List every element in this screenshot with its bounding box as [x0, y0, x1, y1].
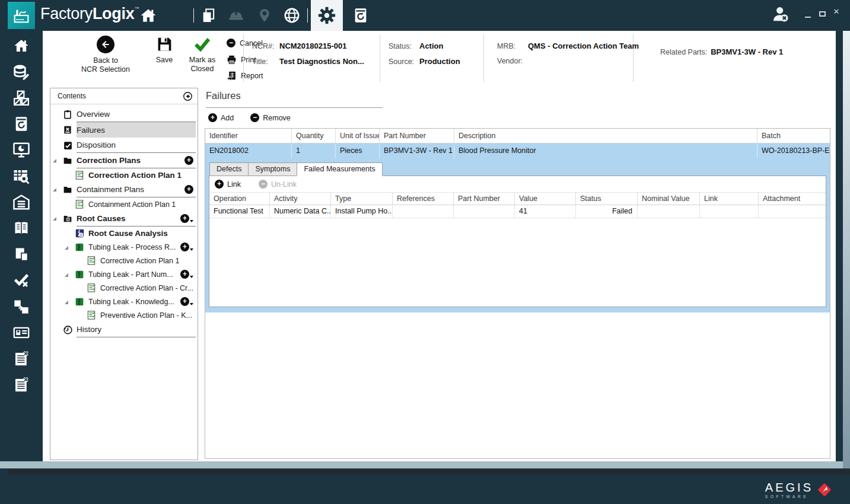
- minimize-button[interactable]: [802, 11, 814, 20]
- contents-item-containment-action-plan-1[interactable]: Containment Action Plan 1: [50, 197, 198, 211]
- titlebar-separator: [193, 8, 194, 23]
- tree-expander-icon[interactable]: [65, 301, 68, 304]
- add-failure-button[interactable]: Add: [208, 113, 234, 122]
- link-button[interactable]: Link: [215, 180, 241, 189]
- tab-defects[interactable]: Defects: [209, 162, 249, 176]
- nav-copy-docs-icon[interactable]: [11, 245, 31, 263]
- contents-item-root-causes[interactable]: Root Causes: [50, 211, 198, 227]
- contents-item-history[interactable]: History: [50, 322, 198, 337]
- nav-id-card-icon[interactable]: [11, 324, 31, 342]
- link-toolbar: Link Un-Link: [209, 176, 826, 192]
- contents-item-correction-plans[interactable]: Correction Plans: [50, 153, 198, 168]
- add-plan-button[interactable]: [180, 297, 193, 306]
- contents-item-correction-action-plan-1[interactable]: Correction Action Plan 1: [50, 168, 198, 182]
- ribbon-separator: [380, 34, 380, 82]
- col-identifier[interactable]: Identifier: [205, 129, 292, 143]
- nav-quality-check-icon[interactable]: [11, 272, 31, 289]
- dropdown-caret-icon: [190, 303, 193, 305]
- settings-tab-active[interactable]: [311, 0, 343, 31]
- plus-circle-icon: [180, 243, 189, 251]
- add-root-cause-button[interactable]: [180, 214, 193, 223]
- col-link[interactable]: Link: [700, 193, 759, 205]
- tab-symptoms[interactable]: Symptoms: [248, 162, 297, 176]
- aegis-sub-text: SOFTWARE: [765, 495, 808, 499]
- source-value: Production: [419, 57, 460, 66]
- col-type[interactable]: Type: [331, 193, 393, 205]
- maximize-button[interactable]: [816, 9, 828, 18]
- plus-circle-icon: [180, 270, 189, 279]
- tree-expander-icon[interactable]: [53, 159, 56, 162]
- contents-panel: Contents Overview Failures Disposition: [50, 88, 198, 460]
- save-label: Save: [156, 56, 173, 65]
- tree-expander-icon[interactable]: [65, 273, 68, 277]
- col-activity[interactable]: Activity: [270, 193, 331, 205]
- add-plan-button[interactable]: [180, 243, 193, 251]
- contents-item-tubing-leak-part[interactable]: Tubing Leak - Part Num...: [50, 267, 198, 281]
- measurement-row[interactable]: Functional Test Numeric Data C... Instal…: [209, 205, 826, 218]
- failure-row-selected[interactable]: EN2018002 1 Pieces BP3MV1-3W - Rev 1 Blo…: [205, 143, 830, 158]
- globe-icon[interactable]: [282, 6, 301, 25]
- documents-icon[interactable]: [199, 6, 218, 25]
- revision-history-icon[interactable]: [351, 6, 370, 25]
- contents-item-tubing-leak-process[interactable]: Tubing Leak - Process R...: [50, 240, 198, 254]
- nav-home-icon[interactable]: [11, 37, 31, 55]
- close-button[interactable]: [830, 7, 842, 16]
- add-plan-button[interactable]: [180, 270, 193, 279]
- col-description[interactable]: Description: [454, 129, 757, 143]
- contents-item-tubing-leak-knowledge[interactable]: Tubing Leak - Knowledg...: [50, 295, 198, 308]
- contents-item-corrective-action-plan-cr[interactable]: Corrective Action Plan - Cr...: [50, 281, 198, 295]
- nav-ncr-list2-icon[interactable]: [11, 376, 31, 394]
- nav-dashboard-icon[interactable]: [11, 141, 31, 159]
- contents-item-failures[interactable]: Failures: [50, 122, 198, 138]
- col-part-number[interactable]: Part Number: [380, 129, 454, 143]
- action-plan-checklist-icon: [86, 256, 97, 266]
- col-attachment[interactable]: Attachment: [759, 193, 826, 205]
- col-status[interactable]: Status: [576, 193, 638, 205]
- contents-item-containment-plans[interactable]: Containment Plans: [50, 182, 198, 197]
- col-unit-of-issue[interactable]: Unit of Issue: [336, 129, 380, 143]
- contents-item-overview[interactable]: Overview: [50, 107, 198, 122]
- contents-item-preventive-action-plan[interactable]: Preventive Action Plan - K...: [50, 308, 198, 322]
- cell-batch: WO-20180213-BP-EN: [757, 143, 830, 158]
- add-containment-plan-button[interactable]: [184, 185, 193, 194]
- contents-tree: Overview Failures Disposition Correction…: [50, 104, 198, 337]
- tree-expander-icon[interactable]: [53, 217, 56, 221]
- window-border-right: [843, 31, 850, 468]
- col-nominal-value[interactable]: Nominal Value: [638, 193, 700, 205]
- tree-expander-icon[interactable]: [53, 188, 56, 192]
- home-icon[interactable]: [139, 6, 158, 25]
- cell-references: [393, 205, 454, 218]
- nav-transfer-icon[interactable]: [11, 298, 31, 315]
- hardhat-icon[interactable]: [227, 6, 246, 25]
- ncr-number-value: NCM20180215-001: [279, 42, 346, 50]
- nav-data-search-icon[interactable]: [11, 167, 31, 185]
- ribbon-separator: [483, 34, 484, 82]
- tree-expander-icon[interactable]: [65, 246, 68, 250]
- nav-revisions-icon[interactable]: [11, 115, 31, 133]
- nav-ncr-list-icon[interactable]: [11, 350, 31, 368]
- remove-failure-button[interactable]: Remove: [250, 113, 291, 122]
- nav-warehouse-icon[interactable]: [11, 193, 31, 211]
- contents-item-root-cause-analysis[interactable]: Root Cause Analysis: [50, 227, 198, 240]
- col-batch[interactable]: Batch: [757, 129, 830, 143]
- col-part-number[interactable]: Part Number: [454, 193, 515, 205]
- contents-item-corrective-action-plan-1[interactable]: Corrective Action Plan 1: [50, 254, 198, 267]
- col-references[interactable]: References: [393, 193, 454, 205]
- col-quantity[interactable]: Quantity: [292, 129, 336, 143]
- nav-documentation-icon[interactable]: [11, 219, 31, 237]
- nav-materials-icon[interactable]: [11, 89, 31, 107]
- user-logout-icon[interactable]: [771, 5, 790, 24]
- tab-failed-measurements[interactable]: Failed Measurements: [297, 162, 382, 176]
- save-button[interactable]: Save: [148, 36, 180, 65]
- nav-database-edit-icon[interactable]: [11, 63, 31, 81]
- col-operation[interactable]: Operation: [209, 193, 270, 205]
- aegis-logo: AEGIS SOFTWARE: [765, 481, 833, 499]
- add-label: Add: [221, 114, 234, 122]
- back-to-ncr-selection-button[interactable]: Back toNCR Selection: [78, 36, 133, 74]
- contents-item-disposition[interactable]: Disposition: [50, 138, 198, 153]
- add-correction-plan-button[interactable]: [184, 156, 193, 165]
- collapse-panel-icon[interactable]: [183, 91, 193, 101]
- mark-as-closed-button[interactable]: Mark asClosed: [184, 36, 221, 74]
- location-pin-icon[interactable]: [255, 6, 274, 25]
- col-value[interactable]: Value: [515, 193, 576, 205]
